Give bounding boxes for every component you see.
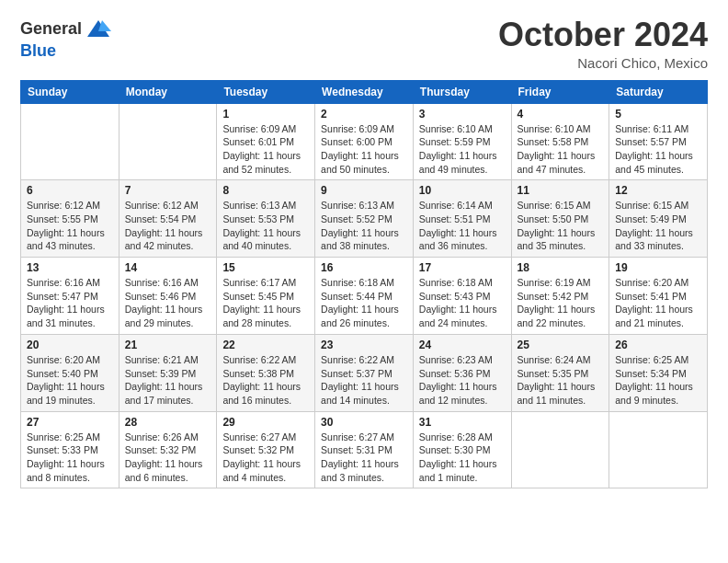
calendar-cell: 3Sunrise: 6:10 AMSunset: 5:59 PMDaylight…	[413, 103, 511, 180]
cell-info: Sunrise: 6:15 AMSunset: 5:50 PMDaylight:…	[518, 199, 604, 253]
calendar-cell: 11Sunrise: 6:15 AMSunset: 5:50 PMDayligh…	[511, 180, 609, 258]
calendar-cell: 19Sunrise: 6:20 AMSunset: 5:41 PMDayligh…	[609, 258, 708, 335]
calendar-cell: 16Sunrise: 6:18 AMSunset: 5:44 PMDayligh…	[315, 258, 414, 335]
cell-info: Sunrise: 6:27 AMSunset: 5:32 PMDaylight:…	[222, 431, 309, 485]
calendar-cell: 6Sunrise: 6:12 AMSunset: 5:55 PMDaylight…	[21, 180, 119, 258]
cell-info: Sunrise: 6:24 AMSunset: 5:35 PMDaylight:…	[518, 353, 604, 408]
calendar-cell	[119, 103, 217, 180]
calendar-week-4: 20Sunrise: 6:20 AMSunset: 5:40 PMDayligh…	[21, 334, 708, 411]
cell-info: Sunrise: 6:23 AMSunset: 5:36 PMDaylight:…	[419, 353, 506, 408]
cell-info: Sunrise: 6:27 AMSunset: 5:31 PMDaylight:…	[321, 431, 407, 485]
cell-info: Sunrise: 6:16 AMSunset: 5:47 PMDaylight:…	[27, 276, 113, 330]
cell-date: 11	[518, 184, 604, 197]
cell-date: 16	[321, 261, 407, 274]
cell-info: Sunrise: 6:15 AMSunset: 5:49 PMDaylight:…	[615, 199, 701, 253]
calendar-cell: 22Sunrise: 6:22 AMSunset: 5:38 PMDayligh…	[217, 334, 315, 411]
cell-date: 4	[518, 108, 604, 121]
calendar-week-5: 27Sunrise: 6:25 AMSunset: 5:33 PMDayligh…	[21, 411, 708, 488]
cell-info: Sunrise: 6:12 AMSunset: 5:55 PMDaylight:…	[27, 199, 113, 253]
calendar-cell: 17Sunrise: 6:18 AMSunset: 5:43 PMDayligh…	[413, 258, 511, 335]
cell-date: 12	[615, 184, 701, 197]
calendar-cell: 24Sunrise: 6:23 AMSunset: 5:36 PMDayligh…	[413, 334, 511, 411]
calendar-cell: 30Sunrise: 6:27 AMSunset: 5:31 PMDayligh…	[315, 411, 414, 488]
calendar-cell: 27Sunrise: 6:25 AMSunset: 5:33 PMDayligh…	[21, 411, 119, 488]
calendar-cell: 1Sunrise: 6:09 AMSunset: 6:01 PMDaylight…	[217, 103, 315, 180]
cell-date: 30	[321, 416, 407, 429]
cell-date: 13	[27, 261, 113, 274]
calendar-cell: 13Sunrise: 6:16 AMSunset: 5:47 PMDayligh…	[21, 258, 119, 335]
logo-icon	[85, 17, 111, 42]
calendar-cell: 12Sunrise: 6:15 AMSunset: 5:49 PMDayligh…	[609, 180, 708, 258]
cell-date: 17	[419, 261, 506, 274]
cell-date: 29	[222, 416, 309, 429]
calendar-cell: 23Sunrise: 6:22 AMSunset: 5:37 PMDayligh…	[315, 334, 414, 411]
cell-info: Sunrise: 6:22 AMSunset: 5:37 PMDaylight:…	[321, 353, 407, 408]
calendar-week-3: 13Sunrise: 6:16 AMSunset: 5:47 PMDayligh…	[21, 258, 708, 335]
calendar-cell: 7Sunrise: 6:12 AMSunset: 5:54 PMDaylight…	[119, 180, 217, 258]
page: General Blue October 2024 Nacori Chico, …	[0, 0, 728, 563]
calendar-table: SundayMondayTuesdayWednesdayThursdayFrid…	[20, 80, 708, 489]
cell-info: Sunrise: 6:12 AMSunset: 5:54 PMDaylight:…	[125, 199, 211, 253]
day-header-saturday: Saturday	[609, 80, 708, 103]
day-header-tuesday: Tuesday	[217, 80, 315, 103]
cell-date: 8	[222, 184, 309, 197]
calendar-cell: 28Sunrise: 6:26 AMSunset: 5:32 PMDayligh…	[119, 411, 217, 488]
logo-general-text: General	[20, 20, 82, 39]
cell-info: Sunrise: 6:14 AMSunset: 5:51 PMDaylight:…	[419, 199, 506, 253]
cell-date: 14	[125, 261, 211, 274]
calendar-title: October 2024	[498, 17, 708, 53]
cell-date: 9	[321, 184, 407, 197]
cell-date: 1	[222, 108, 309, 121]
cell-info: Sunrise: 6:09 AMSunset: 6:00 PMDaylight:…	[321, 122, 407, 177]
calendar-cell	[609, 411, 708, 488]
cell-date: 2	[321, 108, 407, 121]
calendar-cell	[21, 103, 119, 180]
cell-date: 26	[615, 339, 701, 351]
calendar-cell: 15Sunrise: 6:17 AMSunset: 5:45 PMDayligh…	[217, 258, 315, 335]
calendar-subtitle: Nacori Chico, Mexico	[498, 55, 708, 71]
calendar-cell: 14Sunrise: 6:16 AMSunset: 5:46 PMDayligh…	[119, 258, 217, 335]
calendar-cell: 26Sunrise: 6:25 AMSunset: 5:34 PMDayligh…	[609, 334, 708, 411]
cell-info: Sunrise: 6:26 AMSunset: 5:32 PMDaylight:…	[125, 431, 211, 485]
cell-info: Sunrise: 6:13 AMSunset: 5:53 PMDaylight:…	[222, 199, 309, 253]
calendar-cell: 2Sunrise: 6:09 AMSunset: 6:00 PMDaylight…	[315, 103, 414, 180]
cell-date: 15	[222, 261, 309, 274]
cell-date: 31	[419, 416, 506, 429]
cell-info: Sunrise: 6:10 AMSunset: 5:58 PMDaylight:…	[518, 122, 604, 177]
cell-date: 19	[615, 261, 701, 274]
calendar-week-2: 6Sunrise: 6:12 AMSunset: 5:55 PMDaylight…	[21, 180, 708, 258]
calendar-cell: 18Sunrise: 6:19 AMSunset: 5:42 PMDayligh…	[511, 258, 609, 335]
cell-date: 3	[419, 108, 506, 121]
cell-date: 24	[419, 339, 506, 351]
calendar-cell: 29Sunrise: 6:27 AMSunset: 5:32 PMDayligh…	[217, 411, 315, 488]
cell-info: Sunrise: 6:16 AMSunset: 5:46 PMDaylight:…	[125, 276, 211, 330]
cell-info: Sunrise: 6:25 AMSunset: 5:34 PMDaylight:…	[615, 353, 701, 408]
calendar-cell	[511, 411, 609, 488]
cell-date: 28	[125, 416, 211, 429]
cell-info: Sunrise: 6:13 AMSunset: 5:52 PMDaylight:…	[321, 199, 407, 253]
cell-info: Sunrise: 6:09 AMSunset: 6:01 PMDaylight:…	[222, 122, 309, 177]
cell-date: 10	[419, 184, 506, 197]
calendar-cell: 10Sunrise: 6:14 AMSunset: 5:51 PMDayligh…	[413, 180, 511, 258]
cell-info: Sunrise: 6:10 AMSunset: 5:59 PMDaylight:…	[419, 122, 506, 177]
svg-marker-1	[98, 20, 111, 31]
day-header-sunday: Sunday	[21, 80, 119, 103]
day-header-friday: Friday	[511, 80, 609, 103]
calendar-header-row: SundayMondayTuesdayWednesdayThursdayFrid…	[21, 80, 708, 103]
cell-date: 5	[615, 108, 701, 121]
calendar-cell: 21Sunrise: 6:21 AMSunset: 5:39 PMDayligh…	[119, 334, 217, 411]
cell-info: Sunrise: 6:19 AMSunset: 5:42 PMDaylight:…	[518, 276, 604, 330]
cell-date: 21	[125, 339, 211, 351]
calendar-cell: 20Sunrise: 6:20 AMSunset: 5:40 PMDayligh…	[21, 334, 119, 411]
title-block: October 2024 Nacori Chico, Mexico	[498, 17, 708, 71]
logo-blue-text: Blue	[20, 41, 56, 60]
cell-info: Sunrise: 6:18 AMSunset: 5:44 PMDaylight:…	[321, 276, 407, 330]
cell-date: 27	[27, 416, 113, 429]
day-header-thursday: Thursday	[413, 80, 511, 103]
cell-info: Sunrise: 6:22 AMSunset: 5:38 PMDaylight:…	[222, 353, 309, 408]
header: General Blue October 2024 Nacori Chico, …	[20, 17, 708, 71]
cell-info: Sunrise: 6:20 AMSunset: 5:40 PMDaylight:…	[27, 353, 113, 408]
calendar-week-1: 1Sunrise: 6:09 AMSunset: 6:01 PMDaylight…	[21, 103, 708, 180]
cell-date: 22	[222, 339, 309, 351]
cell-info: Sunrise: 6:17 AMSunset: 5:45 PMDaylight:…	[222, 276, 309, 330]
